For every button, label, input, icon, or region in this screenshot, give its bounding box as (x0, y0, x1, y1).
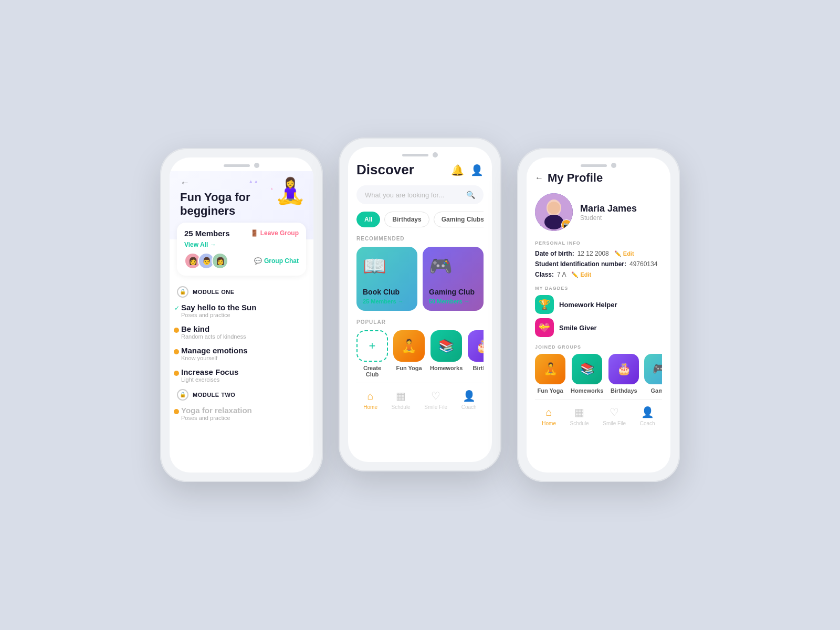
gaming-group-label: Gam... (651, 387, 662, 394)
members-row: 25 Members 🚪 Leave Group (184, 229, 299, 238)
profile-avatar: 📷 (535, 193, 573, 231)
gaming-club-members: 50 Members → (429, 298, 477, 304)
smile-icon-3: ♡ (610, 406, 619, 418)
search-icon: 🔍 (466, 191, 475, 199)
svg-point-3 (548, 202, 560, 214)
notch-dot (254, 163, 259, 168)
phone-1-notch (170, 158, 313, 171)
groups-label: JOINED GROUPS (535, 344, 662, 350)
birthdays-item[interactable]: 🎂 Birthd... (468, 330, 484, 377)
phone-2: Discover 🔔 👤 What you are looking for...… (339, 138, 501, 471)
phone-1-header: ▲ ▲ ▲ ← Fun Yoga for begginers 🧘‍♀️ (170, 171, 313, 228)
coach-label-3: Coach (640, 421, 655, 426)
lesson-subtitle: Random acts of kindness (181, 333, 306, 340)
deco-1: ▲ ▲ (249, 179, 258, 184)
nav-schedule-3[interactable]: ▦ Schdule (570, 406, 589, 426)
user-icon[interactable]: 👤 (470, 164, 484, 176)
home-label-3: Home (542, 421, 556, 426)
lesson-item[interactable]: Increase Focus Light exercises (177, 368, 306, 383)
discover-header: Discover 🔔 👤 (356, 161, 484, 178)
nav-home-3[interactable]: ⌂ Home (542, 406, 556, 426)
nav-schedule[interactable]: ▦ Schdule (392, 390, 411, 410)
smile-label-3: Smile File (603, 421, 626, 426)
nav-smile-3[interactable]: ♡ Smile File (603, 406, 626, 426)
module-one-header: 🔒 MODULE ONE (177, 286, 306, 298)
camera-badge[interactable]: 📷 (561, 219, 572, 230)
leave-group-button[interactable]: 🚪 Leave Group (250, 229, 299, 237)
hw-badge-icon: 🏆 (535, 295, 554, 314)
profile-back-button[interactable]: ← (535, 173, 543, 183)
book-club-card[interactable]: 📖 Book Club 25 Members → (356, 247, 417, 311)
phone-1: ▲ ▲ ▲ ← Fun Yoga for begginers 🧘‍♀️ 25 M… (160, 148, 323, 482)
nav-home[interactable]: ⌂ Home (363, 390, 377, 410)
filter-tab-gaming-clubs[interactable]: Gaming Clubs (434, 212, 484, 227)
dob-label: Date of birth: (535, 250, 574, 257)
coach-icon: 👤 (463, 390, 476, 402)
lock-icon-2: 🔒 (177, 389, 188, 401)
search-bar[interactable]: What you are looking for... 🔍 (356, 185, 484, 204)
group-birthdays[interactable]: 🎂 Birthdays (608, 354, 639, 394)
student-id-value: 49760134 (629, 260, 657, 268)
popular-row: + Create Club 🧘 Fun Yoga 📚 Homeworks 🎂 B… (356, 330, 484, 377)
smile-badge-icon: 💝 (535, 318, 554, 337)
bell-icon[interactable]: 🔔 (451, 164, 464, 176)
module-section: 🔒 MODULE ONE Say hello to the Sun Poses … (170, 276, 313, 421)
profile-avatar-section: 📷 Maria James Student (535, 193, 662, 231)
badges-section: MY BAGDES 🏆 Homework Helper 💝 Smile Give… (535, 286, 662, 337)
back-button[interactable]: ← (180, 177, 190, 188)
bottom-nav-2: ⌂ Home ▦ Schdule ♡ Smile File 👤 Coach (356, 383, 484, 414)
notch-bar-3 (581, 164, 607, 167)
filter-tab-all[interactable]: All (356, 212, 380, 227)
group-gaming[interactable]: 🎮 Gam... (644, 354, 662, 394)
module-two-title: MODULE TWO (193, 392, 235, 398)
book-icon: 📖 (363, 255, 411, 277)
gaming-club-card[interactable]: 🎮 Gaming Club 50 Members → (423, 247, 484, 311)
smile-label: Smile File (424, 404, 447, 410)
class-label: Class: (535, 271, 554, 278)
birthdays-label: Birthd... (473, 365, 484, 371)
schedule-label-3: Schdule (570, 421, 589, 426)
nav-coach[interactable]: 👤 Coach (461, 390, 477, 410)
birthdays-group-icon: 🎂 (608, 354, 639, 384)
lesson-item[interactable]: Manage emotions Know yourself (177, 346, 306, 361)
homeworks-item[interactable]: 📚 Homeworks (430, 330, 463, 377)
notch-bar-2 (402, 154, 428, 156)
profile-role: Student (580, 214, 637, 222)
lesson-subtitle: Poses and practice (181, 415, 306, 421)
module-two-header: 🔒 MODULE TWO (177, 389, 306, 401)
phone-2-screen: Discover 🔔 👤 What you are looking for...… (348, 147, 492, 462)
schedule-icon: ▦ (396, 390, 406, 402)
lesson-item[interactable]: Say hello to the Sun Poses and practice (177, 303, 306, 318)
group-fun-yoga[interactable]: 🧘 Fun Yoga (535, 354, 565, 394)
module-one-title: MODULE ONE (193, 289, 235, 295)
phone-2-content: Discover 🔔 👤 What you are looking for...… (348, 161, 492, 419)
chat-icon: 💬 (254, 257, 262, 265)
yoga-figure: 🧘‍♀️ (275, 176, 306, 206)
svg-point-2 (544, 215, 563, 229)
smile-badge-name: Smile Giver (559, 324, 597, 332)
header-icons: 🔔 👤 (451, 164, 484, 176)
group-homeworks[interactable]: 📚 Homeworks (571, 354, 603, 394)
smile-icon: ♡ (431, 390, 440, 402)
profile-title: My Profile (548, 171, 603, 185)
notch-dot-3 (611, 163, 616, 168)
homeworks-group-icon: 📚 (572, 354, 602, 384)
badge-homework-helper: 🏆 Homework Helper (535, 295, 662, 314)
dob-edit-link[interactable]: ✏️ Edit (614, 250, 634, 257)
home-icon: ⌂ (368, 390, 374, 402)
fun-yoga-icon: 🧘 (393, 330, 425, 362)
class-edit-link[interactable]: ✏️ Edit (571, 271, 591, 278)
fun-yoga-item[interactable]: 🧘 Fun Yoga (393, 330, 425, 377)
phone-3-notch (527, 158, 670, 171)
view-all-link[interactable]: View All → (184, 241, 299, 248)
nav-coach-3[interactable]: 👤 Coach (640, 406, 655, 426)
lesson-item[interactable]: Be kind Random acts of kindness (177, 324, 306, 340)
group-chat-button[interactable]: 💬 Group Chat (254, 257, 299, 265)
filter-tab-birthdays[interactable]: Birthdays (384, 212, 429, 227)
notch-bar (224, 164, 250, 167)
book-club-members: 25 Members → (363, 298, 411, 304)
create-club-item[interactable]: + Create Club (356, 330, 388, 377)
discover-title: Discover (356, 162, 414, 178)
schedule-label: Schdule (392, 404, 411, 410)
nav-smile[interactable]: ♡ Smile File (424, 390, 447, 410)
